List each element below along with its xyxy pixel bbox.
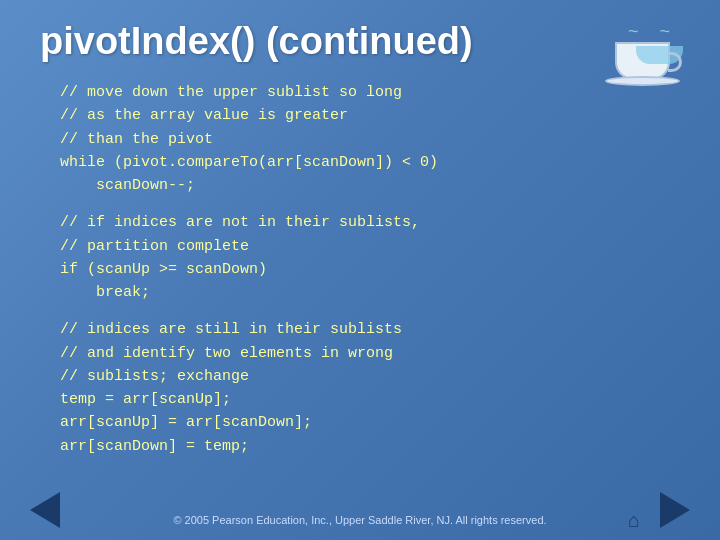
code-line: arr[scanDown] = temp;	[60, 435, 680, 458]
code-line: // if indices are not in their sublists,	[60, 211, 680, 234]
code-line: arr[scanUp] = arr[scanDown];	[60, 411, 680, 434]
code-line: // move down the upper sublist so long	[60, 81, 680, 104]
code-line: scanDown--;	[60, 174, 680, 197]
code-line: // indices are still in their sublists	[60, 318, 680, 341]
footer-text: © 2005 Pearson Education, Inc., Upper Sa…	[0, 514, 720, 526]
slide-title: pivotIndex() (continued)	[40, 20, 680, 63]
code-line: break;	[60, 281, 680, 304]
code-line: // as the array value is greater	[60, 104, 680, 127]
code-section-2: // if indices are not in their sublists,…	[60, 211, 680, 304]
code-line: // than the pivot	[60, 128, 680, 151]
code-line: // sublists; exchange	[60, 365, 680, 388]
code-line: // and identify two elements in wrong	[60, 342, 680, 365]
code-section-3: // indices are still in their sublists /…	[60, 318, 680, 458]
home-button[interactable]: ⌂	[628, 509, 640, 532]
next-button[interactable]	[660, 492, 690, 528]
steam: ~ ~	[628, 21, 678, 42]
code-line: // partition complete	[60, 235, 680, 258]
cup-handle	[668, 52, 682, 72]
teacup-decoration: ~ ~	[600, 10, 690, 90]
code-block: // move down the upper sublist so long /…	[60, 81, 680, 458]
cup-saucer	[605, 76, 680, 86]
cup-body	[615, 42, 670, 80]
slide: ~ ~ pivotIndex() (continued) // move dow…	[0, 0, 720, 540]
code-line: while (pivot.compareTo(arr[scanDown]) < …	[60, 151, 680, 174]
prev-button[interactable]	[30, 492, 60, 528]
code-section-1: // move down the upper sublist so long /…	[60, 81, 680, 197]
code-line: if (scanUp >= scanDown)	[60, 258, 680, 281]
code-line: temp = arr[scanUp];	[60, 388, 680, 411]
